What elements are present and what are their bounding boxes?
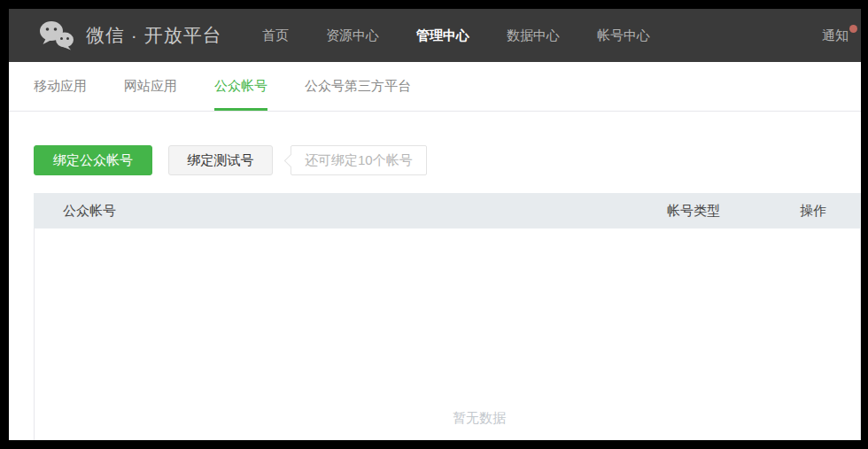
main-content: 绑定公众帐号 绑定测试号 还可绑定10个帐号 公众帐号 帐号类型 操作 暂无数据 (9, 112, 861, 440)
tab-official-accounts[interactable]: 公众帐号 (214, 62, 267, 111)
nav-item-data-center[interactable]: 数据中心 (507, 27, 560, 44)
tab-website-apps[interactable]: 网站应用 (124, 62, 177, 111)
primary-nav: 首页 资源中心 管理中心 数据中心 帐号中心 (262, 9, 650, 62)
column-header-actions: 操作 (800, 203, 861, 220)
brand-home-link[interactable]: 微信 · 开放平台 (39, 9, 222, 62)
bind-test-account-button[interactable]: 绑定测试号 (168, 145, 273, 175)
table-body: 暂无数据 (34, 228, 861, 440)
tab-third-party-platform[interactable]: 公众号第三方平台 (305, 62, 411, 111)
tip-arrow (284, 154, 298, 168)
remaining-quota-text: 还可绑定10个帐号 (305, 152, 413, 169)
remaining-quota-tip: 还可绑定10个帐号 (291, 145, 427, 175)
notification-badge-dot (849, 25, 857, 33)
section-tabbar: 移动应用 网站应用 公众帐号 公众号第三方平台 (9, 62, 861, 112)
nav-item-resources[interactable]: 资源中心 (326, 27, 379, 44)
browser-viewport: 微信 · 开放平台 首页 资源中心 管理中心 数据中心 帐号中心 通知 移动应用… (9, 9, 861, 440)
notifications-label: 通知 (822, 27, 849, 44)
nav-item-home[interactable]: 首页 (262, 27, 289, 44)
wechat-logo-icon (39, 20, 74, 50)
column-header-account-type: 帐号类型 (667, 203, 800, 220)
nav-item-account-center[interactable]: 帐号中心 (597, 27, 650, 44)
column-header-account: 公众帐号 (34, 203, 667, 220)
notifications-button[interactable]: 通知 (822, 9, 857, 62)
actions-row: 绑定公众帐号 绑定测试号 还可绑定10个帐号 (34, 145, 861, 175)
brand-title: 微信 · 开放平台 (86, 23, 222, 48)
tab-mobile-apps[interactable]: 移动应用 (34, 62, 87, 111)
bind-official-account-button[interactable]: 绑定公众帐号 (34, 145, 152, 175)
empty-state-text: 暂无数据 (453, 410, 506, 427)
nav-item-management-center[interactable]: 管理中心 (416, 27, 469, 44)
official-accounts-table: 公众帐号 帐号类型 操作 暂无数据 (34, 193, 861, 440)
table-header-row: 公众帐号 帐号类型 操作 (34, 193, 861, 228)
top-navbar: 微信 · 开放平台 首页 资源中心 管理中心 数据中心 帐号中心 通知 (9, 9, 861, 62)
